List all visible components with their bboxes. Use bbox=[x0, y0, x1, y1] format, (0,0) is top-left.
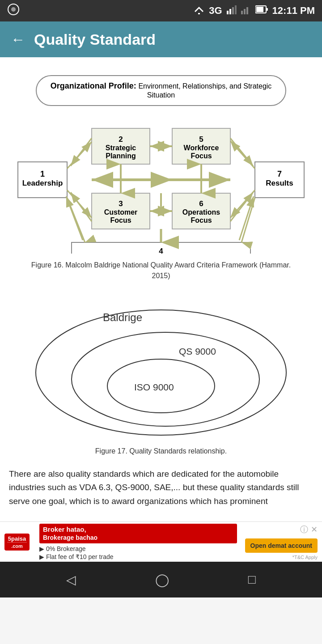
signal-icon bbox=[227, 4, 237, 17]
ad-close-icon[interactable]: ✕ bbox=[311, 525, 318, 534]
recents-nav-button[interactable]: □ bbox=[248, 572, 256, 587]
svg-line-60 bbox=[66, 196, 83, 240]
battery-icon bbox=[255, 5, 268, 17]
network-label: 3G bbox=[209, 5, 222, 17]
time-label: 12:11 PM bbox=[272, 5, 315, 17]
svg-line-52 bbox=[71, 138, 92, 166]
svg-text:Leadership: Leadership bbox=[22, 179, 63, 187]
svg-point-1 bbox=[11, 7, 16, 12]
svg-text:4: 4 bbox=[159, 247, 163, 254]
svg-line-56 bbox=[230, 138, 253, 166]
svg-text:ISO 9000: ISO 9000 bbox=[134, 382, 174, 392]
svg-text:1: 1 bbox=[40, 169, 45, 178]
svg-line-62 bbox=[239, 196, 254, 240]
svg-text:6: 6 bbox=[199, 199, 203, 208]
ad-subheadline: Brokerage bachao bbox=[43, 534, 97, 541]
home-nav-button[interactable]: ◯ bbox=[155, 572, 169, 587]
back-nav-button[interactable]: ◁ bbox=[66, 572, 76, 587]
body-paragraph: There are also quality standards which a… bbox=[7, 463, 315, 513]
svg-rect-12 bbox=[256, 7, 263, 12]
svg-text:3: 3 bbox=[119, 199, 123, 208]
framework-svg: 1 Leadership 7 Results 2 Strategic Plann… bbox=[13, 110, 309, 254]
back-button[interactable]: ← bbox=[11, 31, 25, 48]
svg-rect-6 bbox=[232, 7, 234, 14]
ad-offer2: Flat fee of ₹10 per trade bbox=[46, 553, 114, 560]
content-area: Organizational Profile: Environment, Rel… bbox=[0, 57, 322, 521]
svg-text:Customer: Customer bbox=[104, 208, 138, 216]
svg-text:Baldrige: Baldrige bbox=[103, 311, 142, 323]
svg-rect-9 bbox=[244, 9, 246, 14]
figure17-caption: Figure 17. Quality Standards relationshi… bbox=[27, 446, 295, 457]
ad-tc: *T&C Apply bbox=[292, 555, 318, 560]
standards-svg: Baldrige QS 9000 ISO 9000 bbox=[27, 297, 295, 440]
baldrige-framework-diagram: Organizational Profile: Environment, Rel… bbox=[7, 71, 315, 292]
ad-banner[interactable]: 5paisa .com Broker hatao, Brokerage bach… bbox=[0, 521, 322, 562]
ad-logo-area: 5paisa .com bbox=[4, 534, 31, 551]
svg-rect-8 bbox=[241, 11, 243, 14]
ad-headline: Broker hatao, bbox=[43, 525, 86, 533]
sim-icon bbox=[241, 4, 251, 17]
ad-right: ⓘ ✕ Open demat account *T&C Apply bbox=[245, 524, 318, 560]
figure16-caption: Figure 16. Malcolm Baldrige National Qua… bbox=[27, 260, 295, 281]
ad-offer1: 0% Brokerage bbox=[46, 545, 86, 552]
svg-rect-13 bbox=[267, 8, 268, 11]
ad-logo: 5paisa bbox=[7, 535, 27, 542]
svg-rect-7 bbox=[235, 5, 237, 14]
ad-info-icon[interactable]: ⓘ bbox=[300, 524, 308, 535]
svg-text:Focus: Focus bbox=[191, 152, 212, 160]
svg-rect-3 bbox=[198, 13, 200, 14]
status-icon-left bbox=[7, 3, 20, 18]
bottom-nav: ◁ ◯ □ bbox=[0, 562, 322, 597]
svg-text:Results: Results bbox=[266, 179, 293, 187]
ad-headline-area: Broker hatao, Brokerage bachao bbox=[39, 524, 237, 543]
svg-rect-4 bbox=[227, 11, 229, 14]
app-bar: ← Quality Standard bbox=[0, 21, 322, 57]
svg-text:Strategic: Strategic bbox=[106, 144, 136, 152]
svg-text:Focus: Focus bbox=[110, 216, 131, 224]
wifi-icon bbox=[194, 4, 204, 17]
svg-marker-2 bbox=[195, 7, 203, 12]
org-profile-sub: Environment, Relationships, and Strategi… bbox=[138, 82, 271, 99]
svg-text:2: 2 bbox=[119, 135, 123, 144]
svg-text:5: 5 bbox=[199, 135, 203, 144]
ad-logo-sub: .com bbox=[7, 542, 27, 549]
svg-text:QS 9000: QS 9000 bbox=[179, 346, 216, 356]
svg-text:Operations: Operations bbox=[182, 208, 220, 216]
top-capsule: Organizational Profile: Environment, Rel… bbox=[36, 75, 286, 106]
ad-offers: ▶ 0% Brokerage ▶ Flat fee of ₹10 per tra… bbox=[39, 545, 237, 560]
ad-content: Broker hatao, Brokerage bachao ▶ 0% Brok… bbox=[36, 524, 241, 560]
svg-text:7: 7 bbox=[277, 169, 282, 178]
page-title: Quality Standard bbox=[34, 31, 156, 48]
org-profile-title: Organizational Profile: bbox=[51, 81, 136, 90]
svg-text:Focus: Focus bbox=[191, 216, 212, 224]
svg-text:Planning: Planning bbox=[106, 152, 136, 160]
status-bar: 3G 12:11 PM bbox=[0, 0, 322, 21]
quality-standards-diagram: Baldrige QS 9000 ISO 9000 bbox=[7, 297, 315, 440]
svg-text:Workforce: Workforce bbox=[184, 144, 219, 152]
svg-rect-10 bbox=[246, 7, 248, 14]
svg-rect-5 bbox=[229, 9, 231, 14]
ad-cta-button[interactable]: Open demat account bbox=[245, 538, 318, 553]
